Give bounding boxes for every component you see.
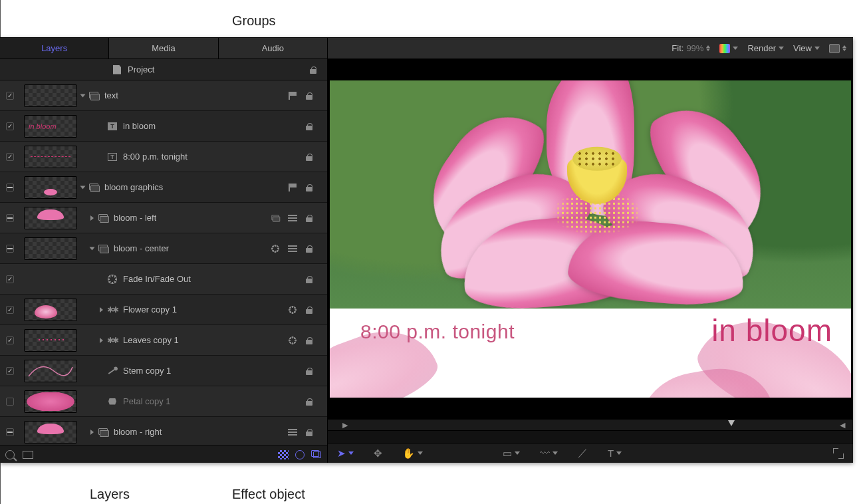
visibility-checkbox[interactable] [0,184,20,191]
disclosure-triangle-icon[interactable] [80,186,86,189]
blend-icon[interactable] [287,213,298,223]
layer-row[interactable]: Fade In/Fade Out [0,264,327,295]
rectangle-tool[interactable]: ▭ [503,447,520,459]
lock-icon[interactable] [305,91,314,100]
visibility-checkbox[interactable] [0,275,20,283]
preview-text-title: in bloom [711,313,832,348]
text-layer-icon: T [107,122,118,131]
pan-tool[interactable]: ✋ [402,447,423,459]
group-icon [88,183,99,192]
lock-icon[interactable] [305,152,314,162]
lock-icon[interactable] [305,305,314,315]
tab-layers[interactable]: Layers [0,38,109,59]
behavior-badge-icon[interactable] [270,243,281,254]
text-tool[interactable]: T [608,447,622,459]
lock-icon[interactable] [305,213,314,223]
canvas-viewport[interactable]: 8:00 p.m. tonight in bloom [328,59,853,419]
lock-icon[interactable] [309,65,318,74]
layer-thumbnail [24,176,77,199]
visibility-checkbox[interactable] [0,92,20,100]
layer-row[interactable]: bloom - right [0,417,327,445]
layer-row[interactable]: T8:00 p.m. tonight [0,142,327,172]
render-label: Render [747,43,776,53]
layer-row[interactable]: in bloomTin bloom [0,111,327,142]
callout-effect-object: Effect object [232,487,305,502]
out-marker-icon[interactable]: ◀ [840,421,845,430]
visibility-checkbox[interactable] [0,398,20,406]
disclosure-triangle-icon[interactable] [80,94,86,97]
flag-icon[interactable] [287,90,298,101]
expand-panel-icon[interactable] [23,451,33,459]
swatch-icon [829,44,840,53]
mini-timeline[interactable]: ▶ ◀ [328,419,853,431]
layer-row[interactable]: Petal copy 1 [0,386,327,417]
lock-icon[interactable] [305,397,314,406]
filter-layers-icon[interactable] [311,450,322,458]
group-icon [98,213,108,223]
layer-row[interactable]: Stem copy 1 [0,356,327,386]
lock-icon[interactable] [305,275,314,284]
disclosure-triangle-icon[interactable] [90,430,94,435]
filter-behavior-icon[interactable] [295,450,305,459]
fit-control[interactable]: Fit: 99% [672,43,710,53]
particle-icon: ✱✱ [107,305,118,315]
lock-icon[interactable] [305,428,314,437]
disclosure-triangle-icon[interactable] [90,247,95,250]
tab-audio[interactable]: Audio [219,38,327,59]
lock-icon[interactable] [305,336,314,345]
canvas-area: Fit: 99% Render View [328,38,853,463]
layer-row[interactable]: ✱✱Flower copy 1 [0,295,327,325]
project-row[interactable]: Project [0,59,327,80]
background-menu[interactable] [829,44,846,53]
pen-tool[interactable]: 〰 [540,447,558,459]
visibility-checkbox[interactable] [0,367,20,375]
disclosure-triangle-icon[interactable] [100,338,103,343]
layer-thumbnail [24,360,77,382]
lock-icon[interactable] [305,244,314,253]
lock-icon[interactable] [305,122,314,131]
color-channel-menu[interactable] [719,44,738,53]
tab-media[interactable]: Media [109,38,218,59]
filter-mask-icon[interactable] [278,450,289,459]
flag-icon[interactable] [287,182,298,193]
visibility-checkbox[interactable] [0,214,20,222]
render-menu[interactable]: Render [747,43,784,53]
playhead-icon[interactable] [728,420,735,426]
select-tool[interactable]: ➤ [337,447,354,459]
fullscreen-icon[interactable] [833,448,844,459]
visibility-checkbox[interactable] [0,153,20,161]
search-icon[interactable] [5,450,15,459]
visibility-checkbox[interactable] [0,306,20,314]
layer-label: bloom graphics [104,182,163,192]
line-tool[interactable]: ／ [578,447,588,459]
canvas-preview: 8:00 p.m. tonight in bloom [330,80,851,398]
layer-label: Flower copy 1 [123,305,177,315]
layer-label: Petal copy 1 [123,396,171,406]
behavior-badge-icon[interactable] [287,305,298,315]
view-menu[interactable]: View [793,43,820,53]
blend-icon[interactable] [287,427,298,438]
lock-icon[interactable] [305,366,314,376]
visibility-checkbox[interactable] [0,122,20,130]
layer-label: bloom - right [114,427,162,437]
lock-icon[interactable] [305,183,314,192]
disclosure-triangle-icon[interactable] [90,215,94,221]
layer-thumbnail [24,329,77,352]
canvas-toolbar: Fit: 99% Render View [328,38,853,59]
layer-row[interactable]: text [0,80,327,111]
behavior-badge-icon[interactable] [287,335,298,346]
timeline-strip [328,431,853,443]
visibility-checkbox[interactable] [0,245,20,253]
blend-icon[interactable] [287,243,298,254]
3d-transform-tool[interactable]: ✥ [374,447,382,459]
layer-row[interactable]: bloom - center [0,233,327,264]
in-marker-icon[interactable]: ▶ [342,421,348,430]
layer-row[interactable]: ✱✱Leaves copy 1 [0,325,327,356]
layer-row[interactable]: bloom - left [0,203,327,233]
replicator-badge-icon[interactable] [270,213,281,223]
layer-row[interactable]: bloom graphics [0,172,327,203]
visibility-checkbox[interactable] [0,336,20,344]
disclosure-triangle-icon[interactable] [100,307,103,313]
layer-thumbnail: in bloom [24,115,77,138]
visibility-checkbox[interactable] [0,428,20,436]
